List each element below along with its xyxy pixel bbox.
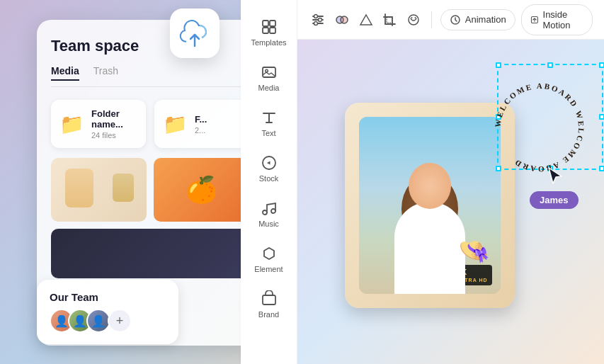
svg-rect-5 <box>263 67 275 77</box>
circular-text-container[interactable]: WELCOME ABOARD WELCOME ABOARD <box>486 74 586 174</box>
svg-point-8 <box>263 210 267 215</box>
cursor-arrow <box>547 166 564 190</box>
toolbar: Animation Inside Motion <box>297 0 604 40</box>
svg-point-15 <box>341 16 348 23</box>
sidebar: Templates Media Text Stock <box>241 0 297 364</box>
canvas-area: 👒 4K ULTRA HD <box>297 40 604 364</box>
svg-rect-2 <box>270 21 275 26</box>
handle-tr[interactable] <box>599 62 605 68</box>
svg-point-17 <box>409 15 418 25</box>
thumbnail-orange[interactable] <box>154 158 249 222</box>
templates-icon <box>261 18 278 35</box>
circular-text-svg: WELCOME ABOARD WELCOME ABOARD <box>486 74 593 181</box>
svg-point-12 <box>318 18 321 21</box>
thumbnail-skincare[interactable] <box>51 158 147 222</box>
thumbnail-dark[interactable] <box>51 229 249 278</box>
inside-motion-button[interactable]: Inside Motion <box>521 4 593 35</box>
brand-icon <box>261 290 278 307</box>
tab-media[interactable]: Media <box>51 65 79 81</box>
sidebar-item-text[interactable]: Text <box>245 102 293 144</box>
sidebar-label-templates: Templates <box>251 38 286 47</box>
sidebar-label-text: Text <box>261 129 275 137</box>
triangle-icon[interactable] <box>357 8 375 32</box>
folder-count-1: 24 files <box>91 131 137 140</box>
team-space-title: Team space <box>51 37 249 55</box>
our-team-widget: Our Team 👤 👤 👤 + <box>37 280 178 344</box>
thumbnails-grid <box>51 158 249 278</box>
james-label: James <box>530 191 578 209</box>
svg-point-11 <box>314 14 317 18</box>
toolbar-separator <box>431 11 432 28</box>
sidebar-label-brand: Brand <box>258 310 279 319</box>
folder-item-2[interactable]: 📁 F... 2... <box>154 100 249 148</box>
folder-icon-2: 📁 <box>163 113 188 136</box>
svg-point-13 <box>314 21 317 25</box>
folder-name-1: Folder name... <box>91 108 137 130</box>
team-label: Our Team <box>50 291 166 303</box>
svg-rect-4 <box>270 28 275 33</box>
tabs-row: Media Trash <box>51 65 249 87</box>
svg-rect-1 <box>263 21 268 26</box>
sidebar-label-media: Media <box>258 84 280 92</box>
sidebar-label-stock: Stock <box>259 174 279 183</box>
sidebar-item-element[interactable]: Element <box>245 238 293 280</box>
folder-count-2: 2... <box>195 126 207 135</box>
cloud-upload-icon <box>170 8 220 58</box>
svg-text:WELCOME ABOARD WELCOME ABOARD: WELCOME ABOARD WELCOME ABOARD <box>493 81 586 174</box>
svg-rect-16 <box>387 17 392 23</box>
team-info: Our Team 👤 👤 👤 + <box>50 291 166 333</box>
folder-info-2: F... 2... <box>195 114 207 135</box>
adjust-icon[interactable] <box>309 8 327 32</box>
handle-br[interactable] <box>599 166 605 171</box>
sidebar-item-templates[interactable]: Templates <box>245 11 293 54</box>
folder-item-1[interactable]: 📁 Folder name... 24 files <box>51 100 146 148</box>
handle-mr[interactable] <box>599 114 605 120</box>
mask-icon[interactable] <box>404 8 423 32</box>
stock-icon <box>261 154 278 171</box>
photo-inner: 👒 4K ULTRA HD <box>359 117 501 294</box>
folders-row: 📁 Folder name... 24 files 📁 F... 2... <box>51 100 249 148</box>
folder-name-2: F... <box>195 114 207 125</box>
text-icon <box>261 109 278 126</box>
canvas-content: 👒 4K ULTRA HD <box>331 81 571 322</box>
music-icon <box>261 200 278 217</box>
svg-point-6 <box>265 69 268 72</box>
element-icon <box>261 245 278 262</box>
handle-tl[interactable] <box>496 62 501 68</box>
tab-trash[interactable]: Trash <box>93 65 118 81</box>
svg-point-18 <box>411 17 413 18</box>
folder-info-1: Folder name... 24 files <box>91 108 137 140</box>
svg-rect-10 <box>263 295 275 305</box>
sidebar-label-music: Music <box>258 220 279 228</box>
media-icon <box>261 64 278 81</box>
add-member-button[interactable]: + <box>108 309 132 333</box>
avatars-row: 👤 👤 👤 + <box>50 309 166 333</box>
handle-tm[interactable] <box>547 62 553 68</box>
animation-label: Animation <box>465 14 506 25</box>
animation-button[interactable]: Animation <box>440 9 515 30</box>
sidebar-label-element: Element <box>254 265 283 273</box>
sidebar-item-stock[interactable]: Stock <box>245 147 293 190</box>
sidebar-item-media[interactable]: Media <box>245 57 293 99</box>
sidebar-item-music[interactable]: Music <box>245 193 293 235</box>
blend-icon[interactable] <box>333 8 351 32</box>
crop-icon[interactable] <box>380 8 399 32</box>
svg-point-19 <box>415 17 416 18</box>
avatar-3: 👤 <box>86 309 110 333</box>
svg-rect-3 <box>263 28 268 33</box>
svg-point-9 <box>271 209 275 213</box>
inside-motion-label: Inside Motion <box>543 9 584 30</box>
sidebar-item-brand[interactable]: Brand <box>245 283 293 326</box>
folder-icon-1: 📁 <box>59 113 84 136</box>
